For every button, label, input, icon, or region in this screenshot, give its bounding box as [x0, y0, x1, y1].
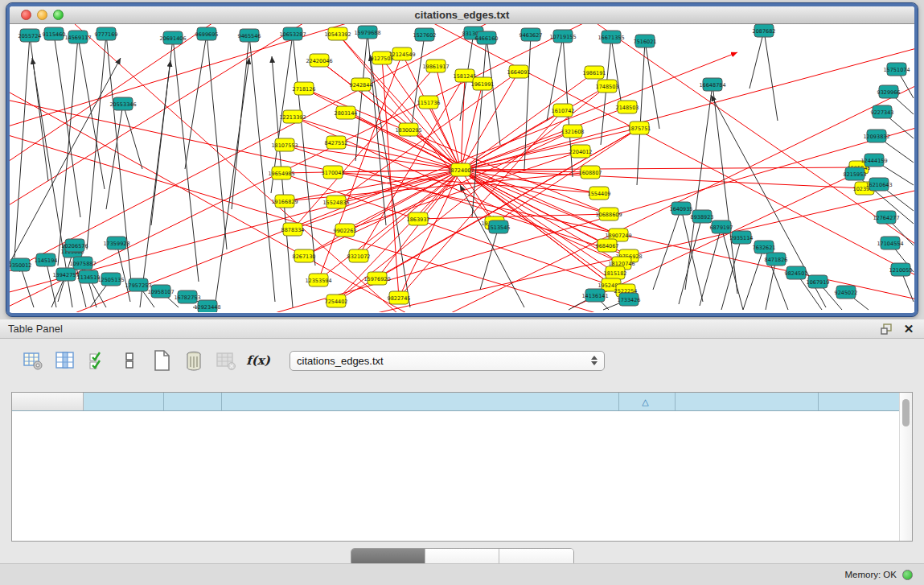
graph-node[interactable]: 12444159	[860, 154, 887, 167]
graph-node[interactable]: 1145194	[35, 253, 58, 266]
new-document-icon[interactable]	[151, 350, 172, 371]
graph-node[interactable]: 16648784	[699, 78, 725, 91]
graph-node[interactable]: 9684067	[596, 239, 619, 252]
graph-node[interactable]: 2087682	[753, 24, 776, 37]
graph-node[interactable]: 1733426	[618, 293, 641, 306]
selected-edge[interactable]	[392, 71, 914, 312]
edge[interactable]	[249, 35, 275, 302]
edge[interactable]	[487, 38, 500, 145]
citation-network-graph[interactable]: 1872400718300295186393710543392224200462…	[10, 24, 914, 312]
table-row[interactable]	[12, 436, 899, 449]
close-panel-icon[interactable]: ✕	[901, 323, 916, 336]
edge[interactable]	[743, 247, 764, 310]
table-row[interactable]	[12, 501, 899, 513]
row-height-icon[interactable]	[119, 350, 140, 371]
edge[interactable]	[711, 95, 826, 307]
graph-node[interactable]: 16782753	[174, 290, 200, 303]
edge[interactable]	[645, 41, 659, 129]
graph-node[interactable]: 1815182	[604, 266, 627, 279]
edge[interactable]	[207, 34, 227, 249]
selected-edge[interactable]	[461, 107, 627, 170]
graph-node[interactable]: 1527602	[413, 28, 437, 41]
graph-node[interactable]: 8878334	[281, 223, 305, 236]
column-header-in_degree[interactable]	[83, 393, 163, 410]
selected-edge[interactable]	[333, 170, 461, 172]
graph-node[interactable]: 1067919	[807, 275, 830, 288]
graph-node[interactable]: 8427552	[325, 136, 348, 149]
graph-node[interactable]: 1986191	[583, 66, 606, 79]
minimize-window-button[interactable]	[37, 10, 47, 20]
selected-edge[interactable]	[10, 93, 914, 306]
table-settings-icon[interactable]	[23, 350, 43, 371]
graph-node[interactable]: 1321608	[561, 125, 585, 138]
table-row[interactable]	[12, 449, 899, 462]
table-row[interactable]	[12, 475, 899, 488]
graph-node[interactable]: 9242844	[350, 78, 373, 91]
table-row[interactable]	[12, 423, 899, 436]
selected-edge[interactable]	[304, 131, 573, 256]
edge[interactable]	[679, 216, 702, 304]
graph-node[interactable]: 16671355	[598, 31, 624, 43]
graph-node[interactable]: 2204012	[569, 145, 593, 158]
graph-node[interactable]: 9822745	[388, 291, 411, 304]
selected-edge[interactable]	[461, 128, 639, 170]
graph-node[interactable]: 12923448	[194, 300, 220, 312]
edge[interactable]	[232, 35, 249, 209]
graph-node[interactable]: 12124549	[388, 47, 415, 60]
float-panel-icon[interactable]	[879, 323, 893, 336]
graph-node[interactable]: 19166829	[271, 195, 298, 208]
graph-node[interactable]: 12764277	[873, 211, 899, 224]
graph-node[interactable]: 2718126	[293, 82, 316, 95]
graph-node[interactable]: 15751074	[883, 63, 910, 76]
graph-node[interactable]: 8471826	[765, 253, 788, 266]
edge[interactable]	[215, 58, 249, 307]
delete-table-icon[interactable]	[183, 350, 204, 371]
graph-node[interactable]: 9824501	[785, 266, 808, 279]
graph-node[interactable]: 2148503	[616, 101, 639, 113]
graph-node[interactable]: 18724007	[447, 163, 474, 176]
graph-node[interactable]: 1961991	[471, 77, 495, 90]
selected-edge[interactable]	[10, 24, 347, 227]
close-window-button[interactable]	[21, 10, 31, 20]
graph-node[interactable]: 15976920	[363, 272, 390, 285]
network-canvas[interactable]: 1872400718300295186393710543392224200462…	[10, 24, 914, 312]
graph-node[interactable]: 19861917	[422, 60, 449, 72]
table-select-dropdown[interactable]: citations_edges.txt	[290, 351, 605, 371]
column-header-year[interactable]	[163, 393, 221, 410]
table-row[interactable]	[12, 526, 899, 539]
graph-node[interactable]: 18300295	[395, 123, 421, 136]
column-header-title[interactable]	[221, 393, 618, 410]
graph-node[interactable]: 10719155	[549, 30, 576, 43]
graph-node[interactable]: 9115460	[43, 27, 66, 40]
function-builder-icon[interactable]: f(x)	[248, 350, 269, 371]
edge[interactable]	[87, 34, 106, 249]
graph-node[interactable]: 9902263	[334, 224, 357, 237]
graph-node[interactable]: 10975887	[69, 257, 96, 270]
graph-node[interactable]: 7516021	[634, 35, 657, 47]
graph-node[interactable]: 9699695	[195, 27, 219, 40]
graph-node[interactable]: 16210643	[865, 178, 892, 191]
graph-node[interactable]: 12213392	[279, 110, 306, 123]
selected-edge[interactable]	[336, 170, 461, 301]
scrollbar-thumb[interactable]	[902, 399, 910, 426]
graph-node[interactable]: 2803144	[335, 106, 358, 119]
column-header-pagerank[interactable]	[818, 393, 899, 410]
zoom-window-button[interactable]	[53, 10, 64, 20]
edge[interactable]	[721, 237, 741, 310]
column-header-out_de[interactable]: △	[618, 393, 675, 410]
graph-node[interactable]: 20553346	[109, 97, 136, 110]
graph-node[interactable]: 7254402	[325, 295, 348, 307]
graph-node[interactable]: 10653287	[279, 27, 306, 40]
graph-node[interactable]: 2935114	[730, 231, 754, 244]
column-header-name[interactable]	[12, 393, 83, 410]
graph-node[interactable]: 1748503	[596, 80, 619, 93]
graph-node[interactable]: 9227343	[871, 105, 894, 118]
edge[interactable]	[151, 38, 173, 225]
graph-node[interactable]: 1134519	[77, 270, 101, 283]
graph-node[interactable]: 12505135	[97, 273, 124, 286]
graph-node[interactable]: 18107553	[271, 138, 298, 151]
graph-node[interactable]: 8215953	[844, 167, 867, 180]
edge[interactable]	[637, 41, 645, 185]
edge[interactable]	[78, 37, 105, 189]
edge[interactable]	[764, 31, 778, 121]
